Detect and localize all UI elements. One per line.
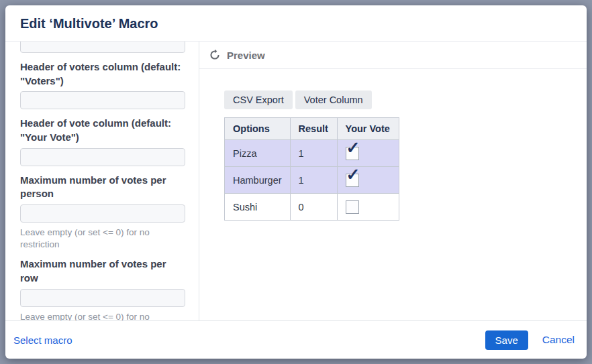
preview-content: CSV Export Voter Column Options Result Y… [199,69,587,320]
vote-header-label: Header of vote column (default: "Your Vo… [20,117,185,144]
dialog-body: Header of voters column (default: "Voter… [5,42,587,320]
voter-column-button[interactable]: Voter Column [295,90,372,109]
result-cell: 1 [290,140,337,167]
vote-checkbox-pizza[interactable]: ✓ [346,147,359,160]
preview-buttons: CSV Export Voter Column [224,90,573,109]
dialog-footer: Select macro Save Cancel [5,320,587,359]
cancel-link[interactable]: Cancel [542,334,575,346]
checkmark-icon: ✓ [346,166,360,183]
option-cell: Sushi [225,194,291,221]
your-vote-column-header: Your Vote [337,118,399,140]
result-column-header: Result [290,118,337,140]
vote-cell [337,194,399,221]
vote-header-input[interactable] [20,148,185,166]
vote-table: Options Result Your Vote Pizza 1 ✓ [224,117,399,221]
page-title: Edit ‘Multivote’ Macro [20,14,572,33]
refresh-icon[interactable] [209,49,221,61]
table-row-pizza: Pizza 1 ✓ [225,140,399,167]
vote-cell: ✓ [337,167,399,194]
max-votes-person-label: Maximum number of votes per person [20,174,185,201]
vote-cell: ✓ [337,140,399,167]
max-votes-row-input[interactable] [20,289,185,307]
max-votes-row-help: Leave empty (or set <= 0) for no restric… [20,311,185,320]
save-button[interactable]: Save [485,330,528,350]
result-cell: 1 [290,167,337,194]
table-row-hamburger: Hamburger 1 ✓ [225,167,399,194]
dialog-header: Edit ‘Multivote’ Macro [5,5,587,42]
scrolled-partial-input[interactable] [20,42,185,53]
csv-export-button[interactable]: CSV Export [224,90,293,109]
checkmark-icon: ✓ [346,139,360,156]
vote-table-header-row: Options Result Your Vote [225,118,399,140]
voters-header-input[interactable] [20,91,185,109]
preview-panel: Preview CSV Export Voter Column Options … [199,42,587,320]
edit-macro-dialog: Edit ‘Multivote’ Macro Header of voters … [5,5,587,359]
preview-title: Preview [227,50,265,61]
vote-checkbox-hamburger[interactable]: ✓ [346,174,359,187]
result-cell: 0 [290,194,337,221]
option-cell: Pizza [225,140,291,167]
max-votes-person-help: Leave empty (or set <= 0) for no restric… [20,227,185,250]
vote-checkbox-sushi[interactable] [346,200,359,214]
table-row-sushi: Sushi 0 [225,194,399,221]
macro-parameters-panel: Header of voters column (default: "Voter… [5,42,199,320]
max-votes-row-label: Maximum number of votes per row [20,257,185,285]
voters-header-label: Header of voters column (default: "Voter… [20,60,185,88]
preview-header: Preview [199,42,587,69]
select-macro-link[interactable]: Select macro [13,335,72,346]
options-column-header: Options [225,118,291,140]
option-cell: Hamburger [225,167,291,194]
max-votes-person-input[interactable] [20,204,185,223]
